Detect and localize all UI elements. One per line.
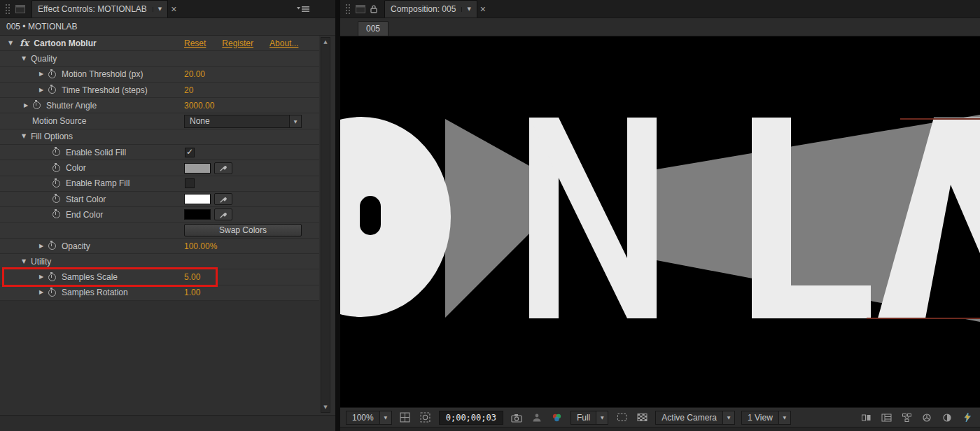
effect-controls-panel: Effect Controls: MOTIONLAB ▼ × 005 • MOT… xyxy=(0,0,335,431)
resolution-value: Full xyxy=(571,413,596,423)
source-label: 005 • MOTIONLAB xyxy=(0,18,335,36)
reset-link[interactable]: Reset xyxy=(184,38,206,48)
stopwatch-icon[interactable] xyxy=(52,195,60,203)
panel-grip-icon[interactable] xyxy=(345,3,351,15)
eyedropper-icon[interactable] xyxy=(214,193,232,205)
timecode-display[interactable]: 0;00;00;03 xyxy=(439,411,503,425)
mask-visibility-icon[interactable] xyxy=(419,411,433,424)
about-link[interactable]: About... xyxy=(270,38,298,48)
twirl-open-icon[interactable]: ▼ xyxy=(20,259,27,264)
effect-controls-bottom-strip xyxy=(0,415,335,431)
twirl-open-icon[interactable]: ▼ xyxy=(20,134,27,139)
property-value[interactable]: 3000.00 xyxy=(184,101,214,111)
composition-canvas[interactable] xyxy=(340,36,980,407)
register-link[interactable]: Register xyxy=(222,38,253,48)
twirl-closed-icon[interactable]: ▶ xyxy=(22,103,29,108)
effect-controls-scrollbar[interactable]: ▲ ▼ xyxy=(321,37,330,413)
scroll-up-icon[interactable]: ▲ xyxy=(323,40,327,45)
group-row-quality: ▼ Quality xyxy=(0,51,319,66)
property-value[interactable]: 20.00 xyxy=(184,69,205,79)
motion-source-dropdown[interactable]: None ▼ xyxy=(184,115,302,128)
effect-header-row: ▼ fx Cartoon Moblur Reset Register About… xyxy=(0,36,319,51)
stopwatch-icon[interactable] xyxy=(48,242,56,250)
property-label: Motion Threshold (px) xyxy=(62,69,144,79)
show-snapshot-icon[interactable] xyxy=(530,411,544,424)
timeline-panel-icon[interactable] xyxy=(879,411,893,424)
panel-menu-icon[interactable] xyxy=(296,5,310,13)
resolution-dropdown[interactable]: Full ▼ xyxy=(570,411,608,425)
viewer-tab-bar: 005 xyxy=(340,18,980,36)
effect-name[interactable]: Cartoon Moblur xyxy=(34,38,96,48)
swap-colors-button[interactable]: Swap Colors xyxy=(184,224,302,236)
property-row-end-color: End Color xyxy=(0,207,319,222)
scroll-down-icon[interactable]: ▼ xyxy=(323,405,327,410)
stopwatch-icon[interactable] xyxy=(48,71,56,78)
enable-ramp-fill-checkbox[interactable] xyxy=(185,178,195,188)
twirl-closed-icon[interactable]: ▶ xyxy=(38,243,45,249)
twirl-closed-icon[interactable]: ▶ xyxy=(38,71,45,77)
tab-title: Effect Controls: MOTIONLAB xyxy=(38,4,147,14)
eyedropper-icon[interactable] xyxy=(214,162,232,174)
close-tab-icon[interactable]: × xyxy=(171,4,176,14)
viewer-tab-005[interactable]: 005 xyxy=(358,21,388,36)
property-row-motion-threshold: ▶ Motion Threshold (px) 20.00 xyxy=(0,67,319,83)
reset-exposure-icon[interactable] xyxy=(920,411,934,424)
group-row-fill-options: ▼ Fill Options xyxy=(0,129,319,145)
eyedropper-icon[interactable] xyxy=(214,209,232,220)
chevron-down-icon[interactable]: ▼ xyxy=(153,7,162,12)
chevron-down-icon: ▼ xyxy=(722,411,734,424)
stopwatch-icon[interactable] xyxy=(48,86,56,94)
stopwatch-icon[interactable] xyxy=(48,289,56,297)
start-color-swatch[interactable] xyxy=(184,194,211,204)
twirl-closed-icon[interactable]: ▶ xyxy=(38,290,45,295)
adjust-exposure-icon[interactable] xyxy=(940,411,954,424)
property-value[interactable]: 1.00 xyxy=(184,288,200,297)
chevron-down-icon: ▼ xyxy=(379,411,391,424)
stopwatch-icon[interactable] xyxy=(48,274,56,281)
stopwatch-icon[interactable] xyxy=(52,180,60,188)
view-layout-dropdown[interactable]: 1 View ▼ xyxy=(741,411,791,425)
stopwatch-icon[interactable] xyxy=(52,164,60,172)
snapshot-camera-icon[interactable] xyxy=(510,411,524,424)
tab-title: Composition: 005 xyxy=(391,4,456,14)
effect-links: Reset Register About... xyxy=(184,38,298,48)
tab-effect-controls[interactable]: Effect Controls: MOTIONLAB ▼ xyxy=(31,0,168,17)
property-value[interactable]: 20 xyxy=(184,85,193,95)
property-label: Samples Rotation xyxy=(62,288,128,297)
chevron-down-icon[interactable]: ▼ xyxy=(461,7,470,12)
panel-icon xyxy=(15,5,25,13)
region-of-interest-icon[interactable] xyxy=(615,411,629,424)
zoom-value: 100% xyxy=(346,413,379,423)
grid-options-icon[interactable] xyxy=(398,411,412,424)
guide-line xyxy=(900,118,980,120)
color-swatch[interactable] xyxy=(184,163,211,174)
enable-solid-fill-checkbox[interactable] xyxy=(185,148,195,157)
panel-grip-icon[interactable] xyxy=(5,3,11,15)
transparency-grid-icon[interactable] xyxy=(635,411,649,424)
twirl-open-icon[interactable]: ▼ xyxy=(7,41,14,46)
camera-view-dropdown[interactable]: Active Camera ▼ xyxy=(655,411,735,425)
view-layout-value: 1 View xyxy=(742,413,778,423)
close-tab-icon[interactable]: × xyxy=(480,4,486,14)
stopwatch-icon[interactable] xyxy=(33,101,41,109)
twirl-closed-icon[interactable]: ▶ xyxy=(38,274,45,280)
fast-previews-icon[interactable] xyxy=(960,411,974,424)
composition-panel: Composition: 005 ▼ × 005 xyxy=(340,0,980,431)
twirl-open-icon[interactable]: ▼ xyxy=(20,56,27,62)
stopwatch-icon[interactable] xyxy=(52,148,60,156)
tab-composition[interactable]: Composition: 005 ▼ xyxy=(384,0,477,17)
property-label: Enable Ramp Fill xyxy=(66,178,130,188)
property-row-color: Color xyxy=(0,160,319,176)
property-value[interactable]: 5.00 xyxy=(184,272,200,282)
viewer-lock-icon[interactable] xyxy=(370,4,378,13)
property-row-time-threshold: ▶ Time Threshold (steps) 20 xyxy=(0,83,319,98)
property-row-enable-solid-fill: Enable Solid Fill xyxy=(0,145,319,160)
stopwatch-icon[interactable] xyxy=(52,211,60,218)
comp-flowchart-icon[interactable] xyxy=(899,411,913,424)
twirl-closed-icon[interactable]: ▶ xyxy=(38,87,45,93)
zoom-dropdown[interactable]: 100% ▼ xyxy=(346,411,392,425)
channel-settings-icon[interactable] xyxy=(550,411,564,424)
end-color-swatch[interactable] xyxy=(184,209,211,220)
pixel-aspect-correction-icon[interactable] xyxy=(859,411,873,424)
property-value[interactable]: 100.00% xyxy=(184,241,217,251)
